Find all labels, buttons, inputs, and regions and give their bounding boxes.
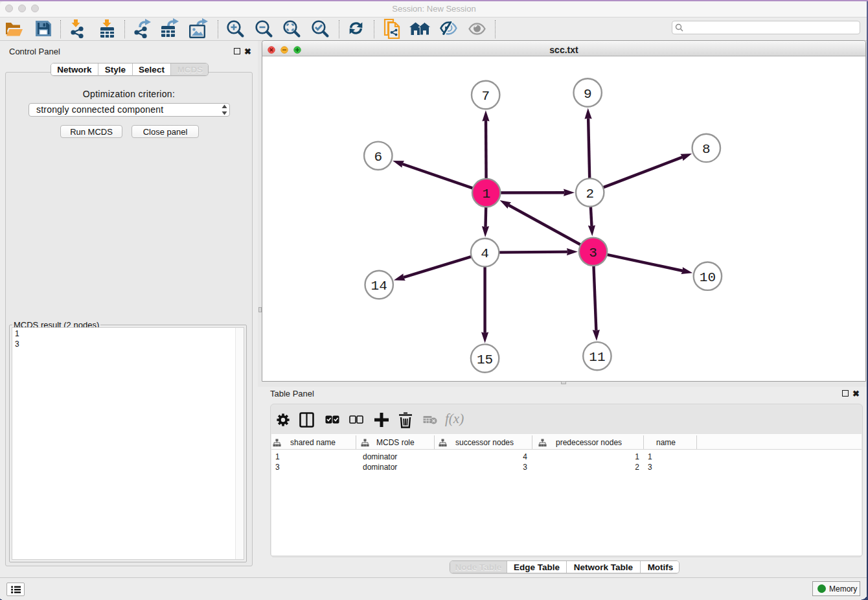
svg-text:9: 9 bbox=[584, 87, 592, 102]
svg-text:4: 4 bbox=[481, 246, 489, 261]
svg-text:3: 3 bbox=[589, 246, 597, 260]
svg-text:7: 7 bbox=[481, 89, 490, 104]
svg-text:6: 6 bbox=[374, 150, 382, 165]
svg-text:11: 11 bbox=[589, 350, 605, 365]
svg-text:1: 1 bbox=[482, 187, 490, 202]
svg-text:15: 15 bbox=[477, 352, 493, 367]
svg-text:14: 14 bbox=[371, 279, 387, 294]
svg-text:8: 8 bbox=[702, 142, 711, 157]
svg-text:2: 2 bbox=[586, 187, 594, 202]
svg-text:10: 10 bbox=[700, 270, 716, 285]
